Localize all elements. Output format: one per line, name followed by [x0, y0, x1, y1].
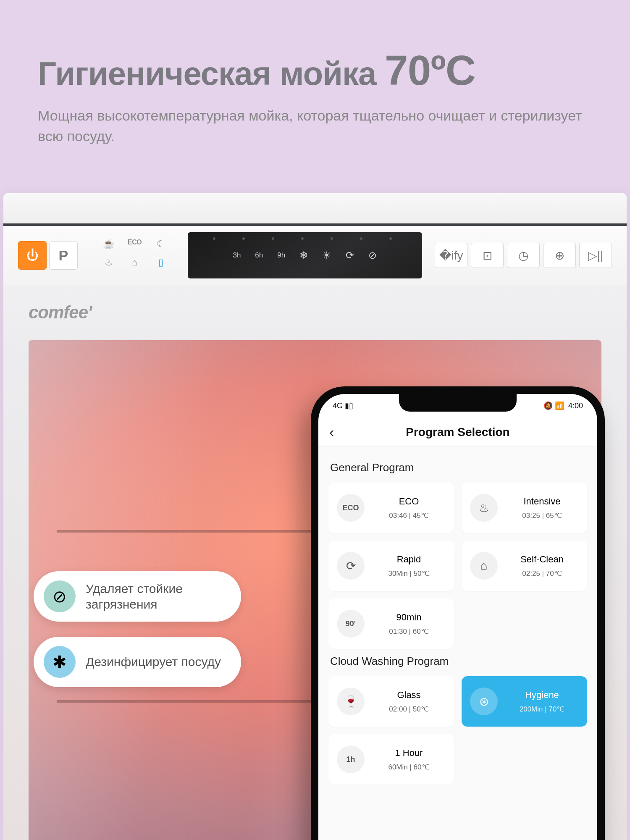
- program-icon: ⟳: [337, 552, 365, 580]
- appliance-top-edge: [3, 193, 627, 226]
- cup-icon[interactable]: ☕: [99, 239, 119, 254]
- status-left: 4G ▮▯: [333, 401, 353, 410]
- program-name: 90min: [396, 612, 422, 623]
- program-detail: 02:25 | 70℃: [522, 569, 562, 578]
- aux-button[interactable]: ◷: [507, 243, 540, 268]
- program-icon: ⊛: [470, 688, 498, 715]
- display-label: ⟳: [346, 249, 354, 261]
- program-card-self-clean[interactable]: ⌂Self-Clean02:25 | 70℃: [462, 541, 587, 591]
- program-detail: 200Min | 70℃: [520, 705, 565, 714]
- program-name: Self-Clean: [520, 554, 564, 565]
- program-name: Rapid: [397, 554, 421, 565]
- aux-button[interactable]: ⊕: [543, 243, 576, 268]
- aux-buttons: �ify⊡◷⊕▷||: [435, 243, 612, 268]
- phone-screen: 4G ▮▯ 🔕 📶 4:00 ‹ Program Selection Gener…: [318, 394, 597, 840]
- section-title: General Program: [330, 461, 587, 474]
- app-body: General ProgramECOECO03:46 | 45℃♨Intensi…: [318, 447, 597, 840]
- program-name: 1 Hour: [395, 748, 423, 759]
- status-icons: 🔕 📶: [543, 401, 564, 410]
- program-name: Glass: [397, 690, 420, 701]
- feature-pills: ⊘Удаляет стойкиезагрязнения✱Дезинфицируе…: [34, 571, 241, 687]
- program-detail: 03:25 | 65℃: [522, 511, 562, 520]
- program-name: Hygiene: [525, 690, 559, 701]
- phone-icon[interactable]: ▯: [151, 257, 171, 272]
- display-label: ⊘: [368, 249, 377, 261]
- program-name: ECO: [399, 496, 419, 507]
- program-card-intensive[interactable]: ♨Intensive03:25 | 65℃: [462, 483, 587, 533]
- program-icon: ♨: [470, 494, 498, 522]
- program-grid: 🍷Glass02:00 | 50℃⊛Hygiene200Min | 70℃1h1…: [328, 676, 587, 785]
- title-temperature: 70ºC: [385, 47, 475, 94]
- program-icon: 🍷: [337, 688, 365, 715]
- program-card-glass[interactable]: 🍷Glass02:00 | 50℃: [328, 676, 454, 727]
- power-button[interactable]: ⏻: [18, 241, 47, 270]
- brand-logo: comfee': [29, 302, 92, 323]
- display-label: ❄: [299, 249, 308, 261]
- program-detail: 30Min | 50℃: [388, 569, 429, 578]
- program-detail: 02:00 | 50℃: [389, 705, 428, 714]
- program-name: Intensive: [523, 496, 560, 507]
- pill-icon: ⊘: [44, 580, 76, 612]
- page-description: Мощная высокотемпературная мойка, котора…: [38, 105, 592, 147]
- program-button[interactable]: P: [49, 241, 78, 270]
- display-label: 9h: [277, 251, 285, 260]
- program-card-hygiene[interactable]: ⊛Hygiene200Min | 70℃: [462, 676, 587, 727]
- back-button[interactable]: ‹: [329, 424, 334, 440]
- display-label: ☀: [322, 249, 331, 261]
- program-icon: ⌂: [470, 552, 498, 580]
- aux-button[interactable]: ▷||: [579, 243, 612, 268]
- basket-icon[interactable]: ⌂: [125, 257, 145, 272]
- display-label: 6h: [255, 251, 263, 260]
- app-header: ‹ Program Selection: [318, 417, 597, 447]
- pill-text: Дезинфицирует посуду: [86, 654, 221, 670]
- pot-icon[interactable]: ♨: [99, 257, 119, 272]
- display-label: 3h: [233, 251, 241, 260]
- section-title: Cloud Washing Program: [330, 655, 587, 668]
- program-card-eco[interactable]: ECOECO03:46 | 45℃: [328, 483, 454, 533]
- feature-pill: ✱Дезинфицирует посуду: [34, 637, 241, 687]
- page-title: Гигиеническая мойка 70ºC: [38, 46, 592, 94]
- screen-title: Program Selection: [406, 425, 509, 439]
- program-detail: 60Min | 60℃: [388, 763, 429, 772]
- feature-pill: ⊘Удаляет стойкиезагрязнения: [34, 571, 241, 622]
- moon-icon[interactable]: ☾: [151, 239, 171, 254]
- smartphone-mockup: 4G ▮▯ 🔕 📶 4:00 ‹ Program Selection Gener…: [311, 386, 605, 840]
- aux-button[interactable]: �ify: [435, 243, 467, 268]
- lcd-display: 3h6h9h❄☀⟳⊘: [188, 232, 422, 278]
- program-detail: 03:46 | 45℃: [389, 511, 428, 520]
- program-card-90min[interactable]: 90'90min01:30 | 60℃: [328, 598, 454, 649]
- title-main: Гигиеническая мойка: [38, 55, 376, 92]
- program-detail: 01:30 | 60℃: [389, 627, 428, 636]
- control-panel: ⏻ P ☕ ECO ☾ ♨ ⌂ ▯ 3h6h9h❄☀⟳⊘ �ify⊡◷⊕▷||: [3, 226, 627, 285]
- eco-icon[interactable]: ECO: [125, 239, 145, 254]
- program-card-rapid[interactable]: ⟳Rapid30Min | 50℃: [328, 541, 454, 591]
- program-grid: ECOECO03:46 | 45℃♨Intensive03:25 | 65℃⟳R…: [328, 483, 587, 649]
- program-icon: 1h: [337, 746, 365, 773]
- status-time: 4:00: [568, 402, 583, 410]
- program-icon: 90': [337, 610, 365, 638]
- program-icon: ECO: [337, 494, 365, 522]
- phone-notch: [399, 394, 517, 412]
- program-icons: ☕ ECO ☾ ♨ ⌂ ▯: [99, 239, 171, 272]
- pill-icon: ✱: [44, 646, 76, 678]
- pill-text: Удаляет стойкиезагрязнения: [86, 581, 183, 612]
- program-card-1-hour[interactable]: 1h1 Hour60Min | 60℃: [328, 734, 454, 785]
- aux-button[interactable]: ⊡: [471, 243, 504, 268]
